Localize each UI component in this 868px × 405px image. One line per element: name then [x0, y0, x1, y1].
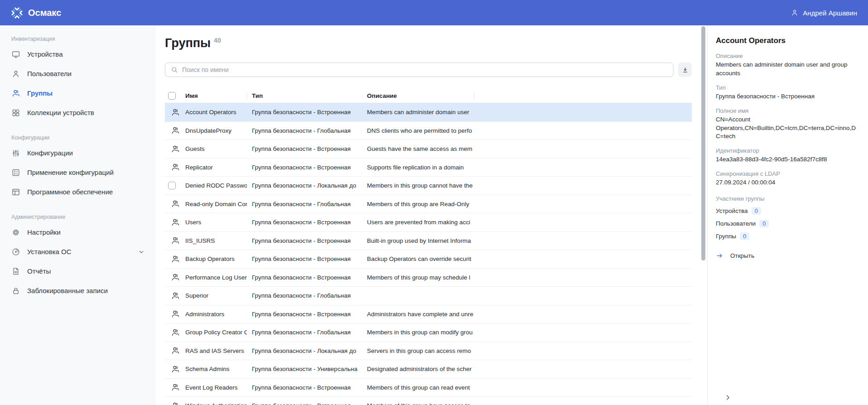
member-row[interactable]: Группы0: [716, 232, 859, 240]
table-row[interactable]: Group Policy Creator OГруппа безопасност…: [165, 323, 692, 342]
cell-description: Members of this group can read event: [367, 384, 474, 391]
table-row[interactable]: Event Log ReadersГруппа безопасности - В…: [165, 379, 692, 397]
sidebar-item-device-collections[interactable]: Коллекции устройств: [11, 103, 148, 122]
sidebar-item-os-install[interactable]: Установка ОС: [11, 242, 148, 261]
sidebar-item-reports[interactable]: Отчёты: [11, 261, 148, 281]
column-header-type[interactable]: Тип: [247, 89, 367, 103]
sidebar-item-label: Коллекции устройств: [27, 109, 94, 116]
cell-description: Members of this group may schedule l: [367, 274, 474, 281]
detail-field-label: Тип: [716, 84, 859, 91]
table-row[interactable]: Performance Log UserГруппа безопасности …: [165, 269, 692, 287]
member-label: Пользователи: [716, 220, 756, 227]
row-checkbox[interactable]: [168, 182, 176, 189]
sidebar-item-label: Настройки: [27, 228, 61, 236]
cell-name: Account Operators: [185, 109, 247, 116]
sidebar-item-label: Программное обеспечение: [27, 188, 113, 196]
table-row[interactable]: ReplicatorГруппа безопасности - Встроенн…: [165, 159, 692, 177]
users-icon: [171, 163, 180, 172]
vertical-scrollbar[interactable]: [701, 26, 705, 260]
sidebar-item-config-apply[interactable]: Применение конфигураций: [11, 163, 148, 182]
table-row[interactable]: Account OperatorsГруппа безопасности - В…: [165, 103, 692, 122]
cell-name: Read-only Domain Con: [185, 201, 247, 207]
main-content: Группы 40 Имя Тип Описание Account Op: [155, 25, 707, 405]
search-input[interactable]: [182, 66, 668, 73]
cell-name: Administrators: [185, 311, 247, 318]
table-row[interactable]: RAS and IAS ServersГруппа безопасности -…: [165, 342, 692, 361]
topbar: Осмакс Андрей Аршавин: [0, 0, 868, 25]
table-row[interactable]: DnsUpdateProxyГруппа безопасности - Глоб…: [165, 122, 692, 140]
brand-name: Осмакс: [28, 8, 61, 18]
cell-type: Группа безопасности - Встроенная: [247, 219, 367, 226]
cell-type: Группа безопасности - Глобальная: [247, 127, 367, 134]
details-title: Account Operators: [716, 36, 859, 45]
row-leading: [165, 365, 185, 374]
users-icon: [171, 199, 180, 208]
row-leading: [165, 291, 185, 300]
search-icon: [171, 66, 178, 73]
open-link-label: Открыть: [730, 252, 754, 259]
table-row[interactable]: IIS_IUSRSГруппа безопасности - Встроенна…: [165, 232, 692, 251]
table-row[interactable]: SuperiorГруппа безопасности - Глобальная: [165, 287, 692, 305]
table-row[interactable]: AdministratorsГруппа безопасности - Встр…: [165, 305, 692, 324]
column-header-name[interactable]: Имя: [185, 89, 247, 103]
row-leading: [165, 218, 185, 227]
column-header-description[interactable]: Описание: [367, 89, 474, 103]
page-title: Группы: [165, 35, 211, 51]
select-all-checkbox[interactable]: [168, 92, 176, 100]
cell-type: Группа безопасности - Встроенная: [247, 109, 367, 116]
detail-field: ОписаниеMembers can administer domain us…: [716, 53, 859, 78]
app-root: Осмакс Андрей Аршавин ИнвентаризацияУстр…: [0, 0, 868, 405]
sidebar-item-users[interactable]: Пользователи: [11, 64, 148, 83]
detail-field: Идентификатор14ea3a83-88d3-4fc2-90d5-16a…: [716, 147, 859, 164]
download-button[interactable]: [678, 63, 692, 77]
cell-name: IIS_IUSRS: [185, 237, 247, 244]
cell-name: Schema Admins: [185, 366, 247, 372]
collapse-panel-icon[interactable]: [724, 394, 732, 401]
cell-type: Группа безопасности - Встроенная: [247, 274, 367, 281]
cell-name: Backup Operators: [185, 256, 247, 262]
cell-name: Windows Authorization: [185, 402, 247, 405]
table-row[interactable]: Windows AuthorizationГруппа безопасности…: [165, 397, 692, 405]
table-body: Account OperatorsГруппа безопасности - В…: [165, 103, 692, 405]
row-leading: [165, 108, 185, 117]
sidebar-item-software[interactable]: Программное обеспечение: [11, 182, 148, 202]
cell-description: Supports file replication in a domain: [367, 164, 474, 171]
users-icon: [171, 145, 180, 154]
cell-name: DnsUpdateProxy: [185, 127, 247, 134]
open-link[interactable]: Открыть: [716, 252, 859, 260]
details-fields: ОписаниеMembers can administer domain us…: [716, 53, 859, 187]
cell-type: Группа безопасности - Встроенная: [247, 164, 367, 171]
sidebar-item-blocked-accounts[interactable]: Заблокированные записи: [11, 281, 148, 300]
row-leading: [165, 126, 185, 135]
member-row[interactable]: Пользователи0: [716, 220, 859, 227]
table-row[interactable]: UsersГруппа безопасности - ВстроеннаяUse…: [165, 213, 692, 232]
table-row[interactable]: Backup OperatorsГруппа безопасности - Вс…: [165, 250, 692, 269]
sidebar-item-devices[interactable]: Устройства: [11, 44, 148, 64]
user-menu[interactable]: Андрей Аршавин: [791, 9, 857, 17]
sidebar: ИнвентаризацияУстройстваПользователиГруп…: [0, 25, 155, 405]
cell-type: Группа безопасности - Универсальна: [247, 366, 367, 372]
sidebar-section-title: Администрирование: [11, 214, 148, 220]
table-row[interactable]: GuestsГруппа безопасности - ВстроеннаяGu…: [165, 140, 692, 159]
users-icon: [171, 291, 180, 300]
table-header: Имя Тип Описание: [165, 89, 692, 103]
row-leading: [165, 255, 185, 264]
table-row[interactable]: Denied RODC PassworГруппа безопасности -…: [165, 177, 692, 195]
cell-description: Members can administer domain user: [367, 109, 474, 116]
cell-type: Группа безопасности - Встроенная: [247, 256, 367, 262]
page-head: Группы 40: [165, 35, 692, 51]
sidebar-item-settings[interactable]: Настройки: [11, 222, 148, 242]
sliders-icon: [11, 149, 20, 158]
cell-description: Built-in group used by Internet Informa: [367, 237, 474, 244]
member-row[interactable]: Устройства0: [716, 207, 859, 215]
sidebar-item-groups[interactable]: Группы: [11, 83, 148, 103]
sidebar-item-configurations[interactable]: Конфигурации: [11, 143, 148, 163]
download-icon: [682, 67, 689, 73]
table-row[interactable]: Read-only Domain ConГруппа безопасности …: [165, 195, 692, 214]
detail-field-label: Полное имя: [716, 107, 859, 114]
row-leading: [165, 328, 185, 337]
brand[interactable]: Осмакс: [11, 7, 61, 19]
search-box[interactable]: [165, 63, 674, 77]
table-row[interactable]: Schema AdminsГруппа безопасности - Униве…: [165, 360, 692, 379]
row-leading: [165, 346, 185, 355]
